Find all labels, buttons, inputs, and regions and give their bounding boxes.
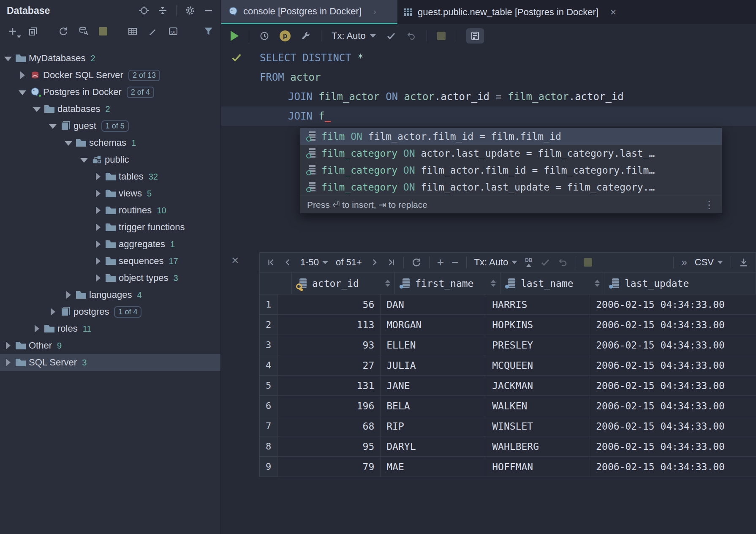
stop-icon[interactable] bbox=[437, 32, 446, 40]
tree-item-public[interactable]: public bbox=[0, 151, 220, 168]
stop-icon[interactable] bbox=[584, 258, 592, 267]
cell-first-name[interactable]: RIP bbox=[381, 416, 486, 436]
chevron-right-icon[interactable] bbox=[92, 257, 103, 265]
chevron-right-icon[interactable] bbox=[3, 342, 14, 349]
filter-icon[interactable] bbox=[203, 26, 214, 37]
column-header-actor-id[interactable]: actor_id bbox=[292, 272, 395, 294]
row-number[interactable]: 2 bbox=[259, 315, 277, 335]
chevrons-right-icon[interactable]: » bbox=[681, 256, 687, 268]
rollback-icon[interactable] bbox=[406, 31, 416, 41]
cell-first-name[interactable]: DAN bbox=[381, 294, 486, 315]
completion-item[interactable]: film_category ON film_actor.film_id = fi… bbox=[300, 162, 722, 179]
cell-first-name[interactable]: BELA bbox=[381, 396, 486, 416]
next-page-button[interactable] bbox=[370, 258, 379, 267]
locate-object-icon[interactable] bbox=[139, 5, 149, 16]
rollback-icon[interactable] bbox=[558, 257, 568, 267]
cell-last-name[interactable]: MCQUEEN bbox=[486, 355, 590, 376]
commit-check-icon[interactable] bbox=[386, 31, 396, 41]
add-datasource-button[interactable] bbox=[8, 26, 18, 36]
add-row-button[interactable]: + bbox=[437, 256, 444, 268]
column-header-last-name[interactable]: last_name bbox=[500, 272, 604, 294]
chevron-right-icon[interactable] bbox=[63, 291, 74, 299]
chevron-right-icon[interactable] bbox=[92, 240, 103, 248]
row-number[interactable]: 6 bbox=[259, 396, 277, 416]
wrench-icon[interactable] bbox=[301, 31, 311, 41]
view-options-button[interactable] bbox=[466, 28, 484, 44]
row-number[interactable]: 4 bbox=[259, 355, 277, 376]
chevron-down-icon[interactable] bbox=[31, 106, 42, 112]
page-range-dropdown[interactable]: 1-50 bbox=[300, 257, 328, 268]
row-number[interactable]: 5 bbox=[259, 376, 277, 396]
cell-first-name[interactable]: JULIA bbox=[381, 355, 486, 376]
cell-first-name[interactable]: MAE bbox=[381, 457, 486, 477]
session-badge[interactable]: p bbox=[280, 30, 291, 41]
duplicate-icon[interactable] bbox=[28, 26, 38, 36]
row-number[interactable]: 1 bbox=[259, 294, 277, 315]
row-number[interactable]: 3 bbox=[259, 335, 277, 355]
reload-icon[interactable] bbox=[411, 257, 422, 267]
cell-last-update[interactable]: 2006-02-15 04:34:33.00 bbox=[590, 376, 756, 396]
close-icon[interactable]: × bbox=[231, 254, 239, 267]
delete-row-button[interactable]: − bbox=[451, 256, 458, 268]
tree-item-schemas[interactable]: schemas 1 bbox=[0, 134, 220, 151]
export-format-dropdown[interactable]: CSV bbox=[695, 257, 723, 268]
prev-page-button[interactable] bbox=[283, 258, 293, 267]
datasource-properties-icon[interactable] bbox=[79, 26, 89, 36]
chevron-right-icon[interactable] bbox=[92, 190, 103, 197]
cell-last-name[interactable]: WINSLET bbox=[486, 416, 590, 436]
tree-item-tables[interactable]: tables 32 bbox=[0, 168, 220, 185]
chevron-right-icon[interactable] bbox=[92, 207, 103, 214]
tree-item-mydatabases[interactable]: MyDatabases 2 bbox=[0, 50, 220, 67]
chevron-right-icon[interactable] bbox=[31, 325, 42, 332]
cell-actor-id[interactable]: 56 bbox=[277, 294, 381, 315]
cell-actor-id[interactable]: 27 bbox=[277, 355, 381, 376]
row-number[interactable]: 7 bbox=[259, 416, 277, 436]
history-clock-icon[interactable] bbox=[259, 31, 269, 41]
chevron-right-icon[interactable] bbox=[47, 308, 58, 316]
chevron-down-icon[interactable] bbox=[79, 157, 90, 163]
tree-item-other[interactable]: Other 9 bbox=[0, 337, 220, 354]
cell-last-update[interactable]: 2006-02-15 04:34:33.00 bbox=[590, 416, 756, 436]
run-button[interactable] bbox=[231, 31, 239, 41]
cell-last-update[interactable]: 2006-02-15 04:34:33.00 bbox=[590, 436, 756, 457]
cell-last-update[interactable]: 2006-02-15 04:34:33.00 bbox=[590, 457, 756, 477]
row-number-header[interactable] bbox=[260, 272, 292, 294]
hide-panel-icon[interactable] bbox=[204, 5, 214, 16]
cell-last-update[interactable]: 2006-02-15 04:34:33.00 bbox=[590, 355, 756, 376]
cell-actor-id[interactable]: 131 bbox=[277, 376, 381, 396]
tree-item-guest[interactable]: guest 1 of 5 bbox=[0, 117, 220, 134]
tx-mode-dropdown[interactable]: Tx: Auto bbox=[474, 257, 518, 268]
tree-item-routines[interactable]: routines 10 bbox=[0, 202, 220, 219]
cell-first-name[interactable]: DARYL bbox=[381, 436, 486, 457]
completion-item[interactable]: film_category ON actor.last_update = fil… bbox=[300, 145, 722, 162]
tree-item-sql-server[interactable]: SQL Server 3 bbox=[0, 354, 220, 371]
cell-last-update[interactable]: 2006-02-15 04:34:33.00 bbox=[590, 315, 756, 335]
sort-arrows-icon[interactable] bbox=[385, 280, 390, 287]
tab-console[interactable]: console [Postgres in Docker] › bbox=[221, 0, 397, 24]
chevron-down-icon[interactable] bbox=[3, 56, 14, 61]
cell-actor-id[interactable]: 113 bbox=[277, 315, 381, 335]
tree-item-docker-sql-server[interactable]: Docker SQL Server 2 of 13 bbox=[0, 67, 220, 84]
chevron-right-icon[interactable] bbox=[3, 359, 14, 366]
tree-item-object-types[interactable]: object types 3 bbox=[0, 270, 220, 286]
collapse-all-icon[interactable] bbox=[158, 5, 168, 16]
last-page-button[interactable] bbox=[386, 258, 396, 267]
cell-last-name[interactable]: HOFFMAN bbox=[486, 457, 590, 477]
cell-first-name[interactable]: ELLEN bbox=[381, 335, 486, 355]
row-number[interactable]: 9 bbox=[259, 457, 277, 477]
tree-item-databases[interactable]: databases 2 bbox=[0, 101, 220, 117]
sort-arrows-icon[interactable] bbox=[595, 280, 600, 287]
download-icon[interactable] bbox=[739, 257, 749, 267]
tx-mode-dropdown[interactable]: Tx: Auto bbox=[332, 30, 376, 41]
chevron-right-icon[interactable]: › bbox=[373, 7, 376, 16]
chevron-right-icon[interactable] bbox=[92, 223, 103, 231]
close-icon[interactable]: × bbox=[610, 6, 616, 18]
cell-last-name[interactable]: JACKMAN bbox=[486, 376, 590, 396]
tree-item-roles[interactable]: roles 11 bbox=[0, 320, 220, 337]
chevron-right-icon[interactable] bbox=[92, 274, 103, 282]
cell-actor-id[interactable]: 79 bbox=[277, 457, 381, 477]
tab-new-table[interactable]: guest.public.new_table [Postgres in Dock… bbox=[397, 0, 623, 24]
tree-item-sequences[interactable]: sequences 17 bbox=[0, 253, 220, 270]
cell-last-update[interactable]: 2006-02-15 04:34:33.00 bbox=[590, 335, 756, 355]
tree-item-views[interactable]: views 5 bbox=[0, 185, 220, 202]
